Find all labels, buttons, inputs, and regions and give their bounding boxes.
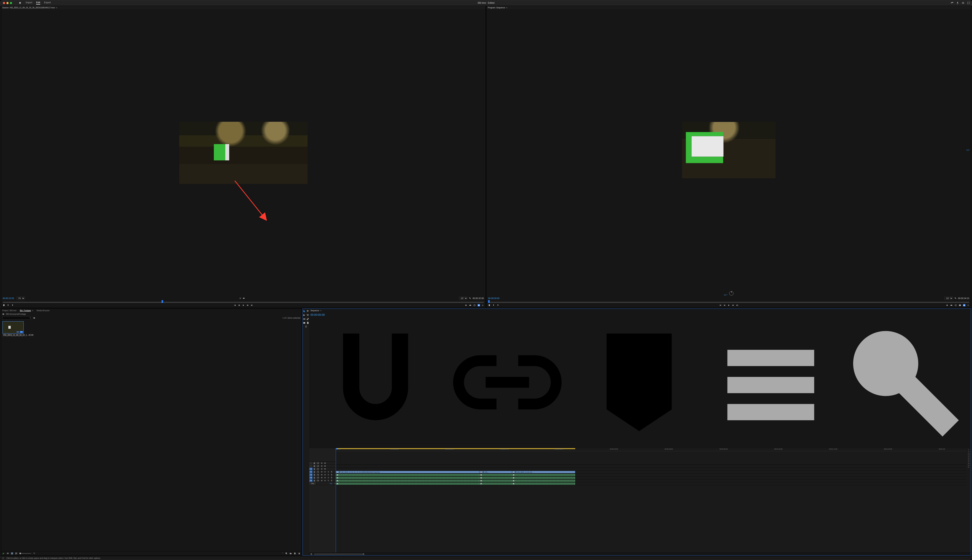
tab-bin[interactable]: Bin: Footage	[20, 310, 31, 312]
video-track[interactable]	[336, 465, 966, 468]
step-forward-icon[interactable]	[246, 304, 249, 307]
find-icon[interactable]	[285, 552, 288, 555]
fx-badge-icon[interactable]	[480, 474, 482, 476]
tab-edit[interactable]: Edit	[36, 1, 40, 5]
step-back-icon[interactable]	[723, 304, 726, 307]
fx-badge-icon[interactable]	[513, 471, 514, 473]
mix-value[interactable]: 0.0	[330, 483, 332, 485]
timeline-display-settings-icon[interactable]	[706, 317, 836, 447]
video-track-header[interactable]: V2	[309, 465, 336, 468]
window-minimize-button[interactable]	[7, 2, 8, 4]
maximize-icon[interactable]	[967, 2, 970, 4]
hand-tool-icon[interactable]	[306, 322, 309, 324]
button-editor-icon[interactable]	[967, 304, 969, 307]
source-resolution-select[interactable]: 1/2	[459, 297, 468, 300]
tab-import[interactable]: Import	[26, 1, 32, 5]
timeline-audio-clip[interactable]	[512, 480, 576, 482]
sort-icon[interactable]	[33, 552, 35, 555]
ripple-edit-tool-icon[interactable]	[303, 314, 306, 317]
go-to-out-icon[interactable]	[251, 304, 253, 307]
program-tab-menu-icon[interactable]: ≡	[506, 7, 507, 9]
write-mode-icon[interactable]	[2, 552, 5, 555]
linked-selection-icon[interactable]	[442, 317, 572, 447]
step-back-icon[interactable]	[238, 304, 240, 307]
new-item-icon[interactable]	[294, 552, 296, 555]
wrench-icon[interactable]	[840, 317, 970, 447]
timeline-audio-clip[interactable]	[479, 474, 512, 476]
source-scrubber[interactable]	[3, 300, 484, 303]
fx-badge-icon[interactable]	[337, 483, 338, 485]
fx-badge-icon[interactable]	[337, 471, 338, 473]
project-search-input[interactable]	[2, 316, 32, 320]
audio-track-header[interactable]: A4A4MS	[309, 479, 336, 482]
timeline-audio-clip[interactable]	[336, 480, 479, 482]
slip-tool-icon[interactable]	[303, 318, 306, 320]
button-editor-icon[interactable]	[482, 304, 484, 307]
play-icon[interactable]	[728, 304, 730, 307]
fx-badge-icon[interactable]	[480, 477, 482, 478]
tab-export[interactable]: Export	[44, 1, 51, 5]
freeform-view-icon[interactable]	[15, 552, 17, 555]
icon-view-icon[interactable]	[11, 552, 13, 555]
settings-icon[interactable]	[239, 297, 241, 299]
add-marker-icon[interactable]	[488, 304, 490, 307]
play-icon[interactable]	[242, 304, 244, 307]
audio-track-header[interactable]: A1A1MS	[309, 470, 336, 473]
timeline-clip[interactable]: VID_...	[479, 471, 512, 473]
selection-tool-icon[interactable]	[303, 310, 306, 313]
playhead[interactable]	[336, 448, 336, 553]
source-zoom-select[interactable]: Fit	[17, 297, 25, 300]
program-scrubber[interactable]	[488, 300, 969, 303]
audio-track[interactable]	[336, 477, 966, 479]
timeline-zoom-scrollbar[interactable]	[309, 553, 971, 555]
export-frame-icon[interactable]	[473, 304, 476, 307]
video-track-header[interactable]: V3	[309, 462, 336, 465]
timeline-canvas[interactable]: :00:0000:00:08:0000:00:16:0000:00:24:000…	[336, 448, 966, 553]
razor-tool-icon[interactable]	[306, 314, 309, 317]
list-view-icon[interactable]	[7, 552, 9, 555]
step-forward-icon[interactable]	[732, 304, 734, 307]
new-bin-icon[interactable]	[33, 317, 35, 319]
toggle-vr-video-icon[interactable]	[478, 304, 480, 307]
timeline-audio-clip[interactable]	[336, 477, 479, 479]
go-to-in-icon[interactable]	[719, 304, 721, 307]
delete-icon[interactable]	[298, 552, 300, 555]
mark-out-icon[interactable]	[11, 304, 13, 307]
snap-icon[interactable]	[310, 317, 441, 447]
video-track[interactable]: VID_2023_11_04_16_10_16_20231106144117.m…	[336, 471, 966, 473]
timeline-tab[interactable]: Sequence	[310, 310, 319, 312]
timeline-audio-clip[interactable]	[512, 474, 576, 476]
fx-badge-icon[interactable]	[337, 480, 338, 482]
timeline-audio-clip[interactable]	[479, 483, 512, 485]
timeline-ruler[interactable]: :00:0000:00:08:0000:00:16:0000:00:24:000…	[336, 448, 966, 451]
lift-icon[interactable]	[946, 304, 948, 307]
insert-icon[interactable]	[465, 304, 467, 307]
fx-badge-icon[interactable]	[480, 480, 482, 482]
track-select-tool-icon[interactable]	[306, 310, 309, 313]
source-timecode[interactable]: 00:00:10:20	[3, 297, 14, 299]
fx-badge-icon[interactable]	[513, 474, 514, 476]
source-video-view[interactable]	[179, 122, 308, 184]
mark-in-icon[interactable]	[492, 304, 495, 307]
fx-badge-icon[interactable]	[513, 477, 514, 478]
clip-thumbnail[interactable]: 360 VR VID_2023_11_04_16_10_1... 32:06	[2, 321, 24, 337]
vr-toggle-icon[interactable]	[243, 297, 245, 299]
timeline-audio-clip[interactable]	[336, 474, 479, 476]
export-frame-icon[interactable]	[955, 304, 957, 307]
automate-to-sequence-icon[interactable]	[281, 552, 283, 555]
thumbnail-size-slider[interactable]	[19, 553, 31, 553]
video-track[interactable]	[336, 468, 966, 471]
fx-badge-icon[interactable]	[337, 477, 338, 478]
fx-badge-icon[interactable]	[513, 483, 514, 485]
expand-icon[interactable]	[334, 483, 336, 485]
fx-badge-icon[interactable]	[480, 483, 482, 485]
workspace-menu-icon[interactable]	[962, 2, 964, 4]
timeline-clip[interactable]: VID_2023_11_04_16...	[512, 471, 576, 473]
audio-track[interactable]	[336, 473, 966, 477]
pen-tool-icon[interactable]	[306, 318, 309, 320]
program-tab[interactable]: Program: Sequence	[488, 7, 505, 9]
project-items-grid[interactable]: 360 VR VID_2023_11_04_16_10_1... 32:06	[1, 320, 301, 551]
video-track-header[interactable]: V1V1	[309, 468, 336, 470]
window-maximize-button[interactable]	[10, 2, 12, 4]
vr-rotate-dial-icon[interactable]	[729, 291, 733, 295]
